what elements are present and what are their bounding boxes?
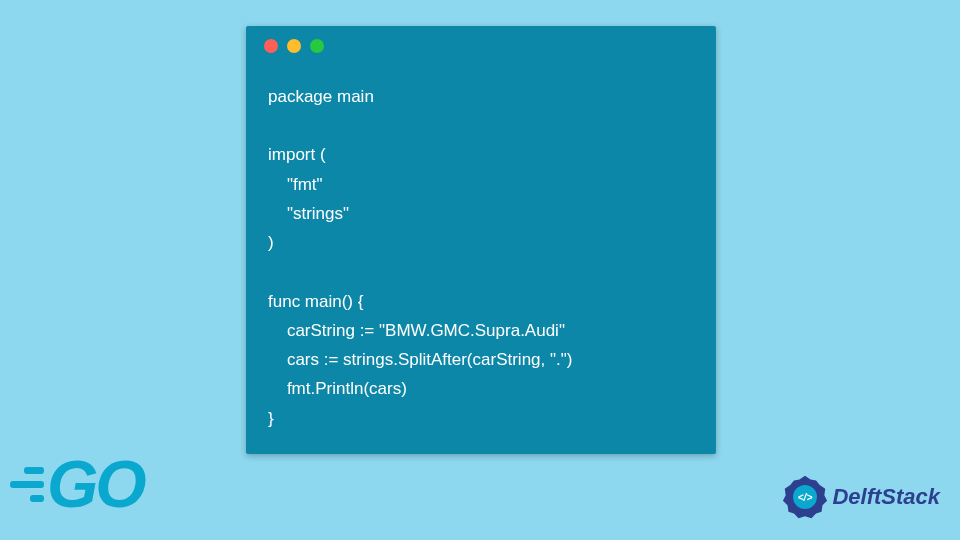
svg-text:</>: </>: [798, 492, 813, 503]
delftstack-text: DelftStack: [832, 484, 940, 510]
minimize-icon: [287, 39, 301, 53]
window-titlebar: [246, 26, 716, 66]
go-logo: GO: [10, 446, 144, 522]
close-icon: [264, 39, 278, 53]
go-logo-text: GO: [47, 446, 144, 522]
delftstack-badge-icon: </>: [782, 474, 828, 520]
go-speed-lines-icon: [10, 467, 44, 502]
delftstack-logo: </> DelftStack: [782, 474, 940, 520]
maximize-icon: [310, 39, 324, 53]
code-window: package main import ( "fmt" "strings" ) …: [246, 26, 716, 454]
code-block: package main import ( "fmt" "strings" ) …: [246, 66, 716, 455]
